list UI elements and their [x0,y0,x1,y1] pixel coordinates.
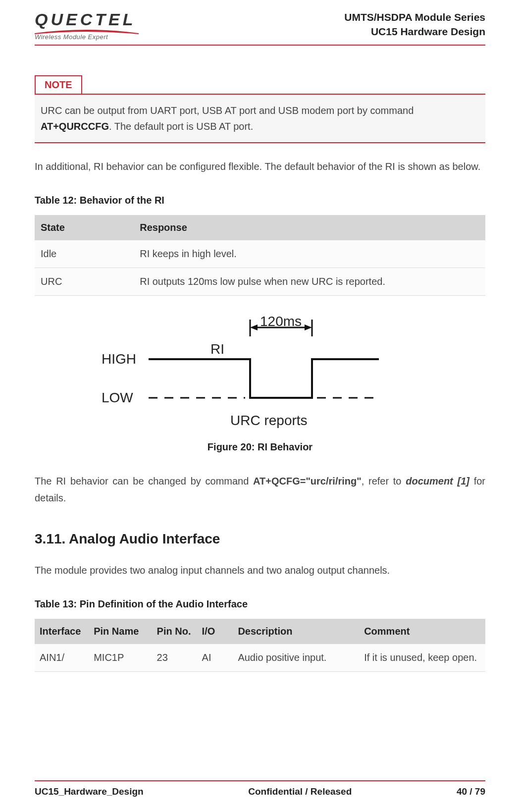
txt-mid: , refer to [362,476,406,487]
cell-description: Audio positive input. [233,644,359,672]
section-3-11-heading: 3.11. Analog Audio Interface [35,531,485,547]
th-response: Response [134,215,485,240]
label-low: LOW [102,390,133,406]
header-series: UMTS/HSDPA Module Series [344,10,485,24]
th-interface: Interface [35,619,89,644]
th-description: Description [233,619,359,644]
table-row: AIN1/ MIC1P 23 AI Audio positive input. … [35,644,485,672]
footer-right: 40 / 79 [457,786,485,797]
note-text-pre: URC can be output from UART port, USB AT… [41,105,414,116]
table12-caption: Table 12: Behavior of the RI [35,195,485,206]
cell-state: URC [35,268,134,296]
paragraph-additional: In additional, RI behavior can be config… [35,158,485,175]
cell-response: RI outputs 120ms low pulse when new URC … [134,268,485,296]
paragraph-ri-change: The RI behavior can be changed by comman… [35,473,485,506]
header-right: UMTS/HSDPA Module Series UC15 Hardware D… [344,10,485,39]
table13-caption: Table 13: Pin Definition of the Audio In… [35,598,485,610]
logo-swoosh-icon [35,27,139,32]
cell-io: AI [197,644,233,672]
brand-tagline: Wireless Module Expert [35,33,139,41]
label-120ms: 120ms [260,314,302,329]
paragraph-audio-intro: The module provides two analog input cha… [35,562,485,579]
cell-pin-name: MIC1P [89,644,152,672]
txt-cmd: AT+QCFG="urc/ri/ring" [253,476,362,487]
note-body: URC can be output from UART port, USB AT… [35,94,485,143]
cell-interface: AIN1/ [35,644,89,672]
table-ri-behavior: State Response Idle RI keeps in high lev… [35,215,485,296]
table-audio-interface: Interface Pin Name Pin No. I/O Descripti… [35,619,485,672]
svg-marker-1 [250,325,258,330]
footer-center: Confidential / Released [248,786,352,797]
label-ri: RI [210,341,224,357]
page-footer: UC15_Hardware_Design Confidential / Rele… [35,780,485,797]
cell-pin-no: 23 [152,644,197,672]
th-io: I/O [197,619,233,644]
cell-response: RI keeps in high level. [134,240,485,268]
txt-pre: The RI behavior can be changed by comman… [35,476,253,487]
th-comment: Comment [359,619,485,644]
label-high: HIGH [102,351,136,367]
svg-marker-2 [305,325,312,330]
note-label: NOTE [35,75,82,95]
figure-caption: Figure 20: RI Behavior [35,441,485,453]
note-cmd: AT+QURCCFG [41,121,109,132]
logo-block: QUECTEL Wireless Module Expert [35,10,139,41]
page-header: QUECTEL Wireless Module Expert UMTS/HSDP… [35,10,485,46]
note-text-post: . The default port is USB AT port. [109,121,253,132]
cell-state: Idle [35,240,134,268]
th-state: State [35,215,134,240]
txt-ref: document [1] [406,476,469,487]
label-urc-reports: URC reports [230,413,308,429]
figure-ri-behavior: 120ms RI HIGH LOW URC reports [35,314,485,433]
th-pin-no: Pin No. [152,619,197,644]
brand-logo-text: QUECTEL [35,10,139,29]
table-row: URC RI outputs 120ms low pulse when new … [35,268,485,296]
header-doc-title: UC15 Hardware Design [344,24,485,39]
cell-comment: If it is unused, keep open. [359,644,485,672]
footer-left: UC15_Hardware_Design [35,786,144,797]
table-row: Idle RI keeps in high level. [35,240,485,268]
note-box: NOTE URC can be output from UART port, U… [35,75,485,143]
th-pin-name: Pin Name [89,619,152,644]
